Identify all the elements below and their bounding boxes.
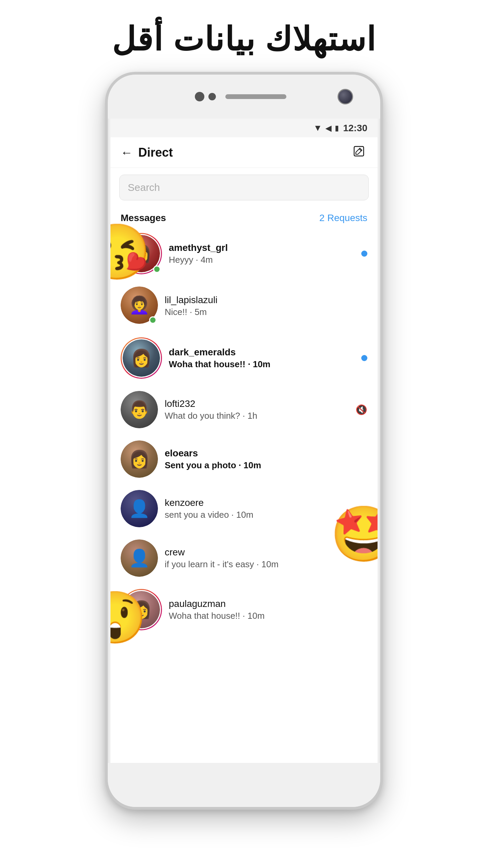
message-content: dark_emeralds Woha that house!! · 10m xyxy=(169,347,354,370)
username: lil_lapislazuli xyxy=(165,295,367,305)
message-preview: What do you think? · 1h xyxy=(165,411,349,421)
search-placeholder: Search xyxy=(128,182,160,193)
avatar-wrap: 👨 xyxy=(121,391,158,428)
avatar: 👤 xyxy=(121,539,158,577)
bottom-bezel xyxy=(108,763,380,807)
search-bar[interactable]: Search xyxy=(119,175,369,200)
compose-button[interactable] xyxy=(350,144,367,161)
phone-screen: 😘 🤩 😲 ▼ ◀ ▮ 12:30 ← Direct xyxy=(110,119,378,763)
message-preview: if you learn it - it's easy · 10m xyxy=(165,559,367,570)
online-indicator xyxy=(149,316,157,324)
front-camera-left xyxy=(195,92,204,101)
message-content: paulaguzman Woha that house!! · 10m xyxy=(169,598,367,621)
username: crew xyxy=(165,547,367,558)
message-content: eloears Sent you a photo · 10m xyxy=(165,448,367,471)
avatar: 👩 xyxy=(123,591,160,628)
message-content: amethyst_grl Heyyy · 4m xyxy=(169,242,354,265)
message-content: lil_lapislazuli Nice!! · 5m xyxy=(165,295,367,317)
avatar: 👩 xyxy=(121,440,158,478)
username: amethyst_grl xyxy=(169,242,354,253)
avatar-wrap: 👩 xyxy=(121,337,162,379)
top-bezel xyxy=(108,75,380,119)
earpiece-speaker xyxy=(225,94,286,99)
status-bar: ▼ ◀ ▮ 12:30 xyxy=(110,119,378,137)
signal-icon: ◀ xyxy=(325,123,331,133)
avatar-wrap: 👩‍🦱 xyxy=(121,287,158,325)
message-content: crew if you learn it - it's easy · 10m xyxy=(165,547,367,570)
avatar-wrap: 👩 xyxy=(121,233,162,274)
message-content: lofti232 What do you think? · 1h xyxy=(165,398,349,421)
power-button xyxy=(382,193,383,241)
avatar-wrap: 👤 xyxy=(121,490,158,527)
username: dark_emeralds xyxy=(169,347,354,358)
online-indicator xyxy=(153,265,161,273)
conversation-item[interactable]: 👩‍🦱 lil_lapislazuli Nice!! · 5m xyxy=(110,280,378,331)
front-camera-right xyxy=(208,93,216,100)
phone-frame: 😘 🤩 😲 ▼ ◀ ▮ 12:30 ← Direct xyxy=(0,72,488,810)
message-preview: sent you a video · 10m xyxy=(165,510,367,520)
header-title: Direct xyxy=(138,145,173,160)
conversation-item[interactable]: 👩 paulaguzman Woha that house!! · 10m xyxy=(110,583,378,636)
wifi-icon: ▼ xyxy=(313,123,322,133)
message-preview: Woha that house!! · 10m xyxy=(169,359,354,370)
message-preview: Sent you a photo · 10m xyxy=(165,460,367,471)
battery-icon: ▮ xyxy=(335,124,339,133)
unread-indicator xyxy=(361,355,367,361)
avatar: 👤 xyxy=(121,490,158,527)
conversation-item[interactable]: 👩 eloears Sent you a photo · 10m xyxy=(110,434,378,484)
conversation-item[interactable]: 👤 kenzoere sent you a video · 10m xyxy=(110,484,378,533)
avatar: 👩 xyxy=(123,339,160,377)
volume-down-button xyxy=(105,207,106,248)
message-preview: Woha that house!! · 10m xyxy=(169,611,367,621)
header-left: ← Direct xyxy=(121,145,173,160)
mute-icon: 🔇 xyxy=(355,404,367,415)
status-icons: ▼ ◀ ▮ xyxy=(313,123,339,133)
conversation-item[interactable]: 👩 dark_emeralds Woha that house!! · 10m xyxy=(110,331,378,385)
compose-icon xyxy=(352,145,365,160)
username: kenzoere xyxy=(165,497,367,508)
conversation-item[interactable]: 👨 lofti232 What do you think? · 1h 🔇 xyxy=(110,385,378,434)
username: lofti232 xyxy=(165,398,349,409)
unread-indicator xyxy=(361,251,367,257)
messages-label: Messages xyxy=(121,213,166,223)
volume-up-button xyxy=(105,170,106,197)
conversation-item[interactable]: 👩 amethyst_grl Heyyy · 4m xyxy=(110,227,378,280)
search-container: Search xyxy=(110,168,378,207)
page-title-arabic: استهلاك بيانات أقل xyxy=(0,0,488,72)
rear-camera-lens xyxy=(338,89,353,104)
avatar-wrap: 👩 xyxy=(121,440,158,478)
message-preview: Heyyy · 4m xyxy=(169,255,354,265)
avatar: 👨 xyxy=(121,391,158,428)
app-header: ← Direct xyxy=(110,137,378,168)
message-content: kenzoere sent you a video · 10m xyxy=(165,497,367,520)
messages-header: Messages 2 Requests xyxy=(110,207,378,227)
conversation-item[interactable]: 👤 crew if you learn it - it's easy · 10m xyxy=(110,533,378,583)
avatar-wrap: 👩 xyxy=(121,589,162,630)
avatar-wrap: 👤 xyxy=(121,539,158,577)
status-time: 12:30 xyxy=(343,123,367,134)
phone-body: 😘 🤩 😲 ▼ ◀ ▮ 12:30 ← Direct xyxy=(105,72,383,810)
back-button[interactable]: ← xyxy=(121,145,133,160)
message-preview: Nice!! · 5m xyxy=(165,307,367,317)
username: eloears xyxy=(165,448,367,459)
username: paulaguzman xyxy=(169,598,367,609)
requests-button[interactable]: 2 Requests xyxy=(319,213,367,223)
